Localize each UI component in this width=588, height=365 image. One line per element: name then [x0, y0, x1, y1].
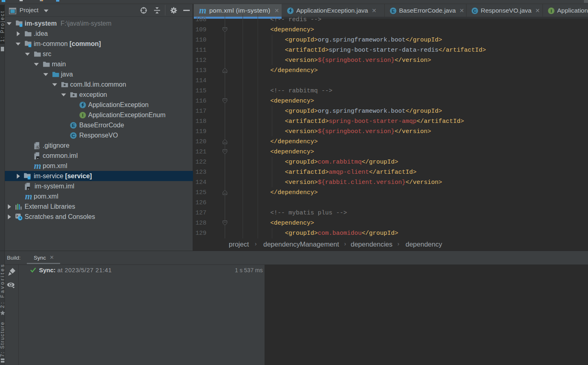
svg-text:E: E: [72, 123, 75, 128]
svg-text:C: C: [72, 133, 75, 138]
svg-text:C: C: [473, 8, 476, 13]
svg-text:I: I: [551, 8, 552, 13]
svg-text:E: E: [392, 8, 395, 13]
svg-text:I: I: [82, 113, 83, 118]
